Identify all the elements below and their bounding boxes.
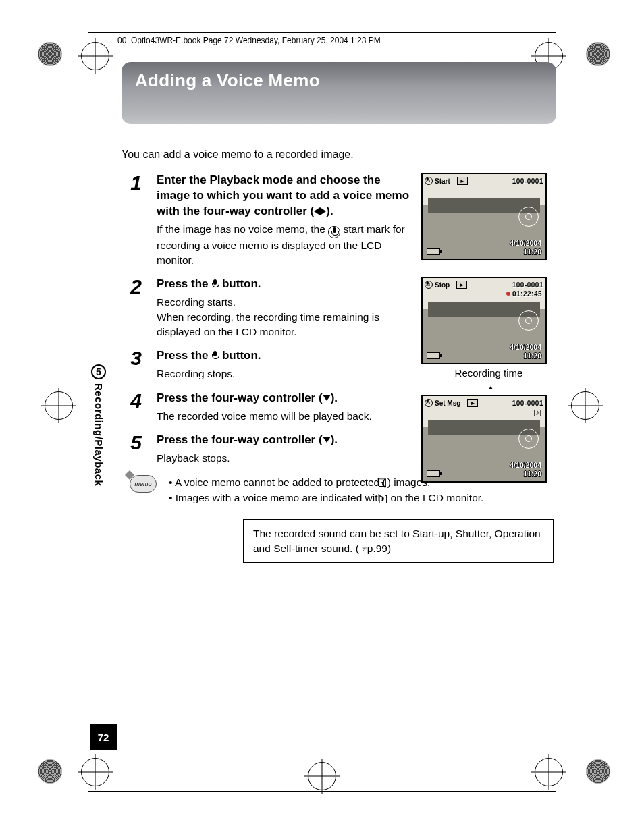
intro-text: You can add a voice memo to a recorded i… [122, 148, 556, 161]
dpad-down-icon [518, 429, 539, 449]
lcd-time: 11:20 [523, 248, 541, 256]
lcd-illustrations-column: Start ► 100-0001 4/10/2004 11:20 [421, 173, 556, 499]
down-arrow-icon [323, 437, 331, 443]
crop-mark [571, 391, 599, 420]
step-body-text: Recording stops. [157, 366, 411, 381]
battery-icon [427, 352, 440, 359]
lcd-file-number: 100-0001 [512, 281, 543, 289]
print-registration-mark [38, 759, 62, 784]
lcd-action-label: Stop [435, 281, 450, 289]
step-number: 5 [122, 433, 142, 466]
pointer-icon: ☞ [359, 543, 367, 555]
step-heading: Press the button. [157, 348, 411, 364]
section-title-bar: Adding a Voice Memo [122, 62, 556, 124]
right-arrow-icon [320, 207, 326, 215]
playback-mode-icon: ► [456, 281, 467, 289]
mic-start-icon [328, 226, 340, 238]
mic-icon [425, 399, 433, 407]
lcd-screenshot-setmsg: Set Msg ► 100-0001 [♪] 4/10/2004 11:20 [421, 395, 547, 483]
print-registration-mark [586, 759, 610, 784]
steps-list: 1 Enter the Playback mode and choose the… [122, 173, 556, 466]
dpad-leftright-icon [518, 207, 539, 227]
playback-mode-icon: ► [457, 177, 468, 185]
cross-reference-box: The recorded sound can be set to Start-u… [243, 519, 554, 563]
battery-icon [427, 470, 440, 477]
memo-badge: memo [130, 475, 157, 493]
mic-icon [425, 281, 433, 289]
step-heading: Enter the Playback mode and choose the i… [157, 173, 411, 219]
lcd-file-number: 100-0001 [512, 177, 543, 185]
lcd-date: 4/10/2004 [510, 343, 541, 351]
running-header: 00_Optio43WR-E.book Page 72 Wednesday, F… [117, 36, 556, 45]
step-body-text: Playback stops. [157, 451, 411, 466]
print-registration-mark [38, 42, 62, 66]
step-heading: Press the button. [157, 277, 411, 292]
lcd-screenshot-stop: Stop ► 100-0001 01:22:45 4/10/2004 11:20 [421, 277, 547, 364]
lcd-file-number: 100-0001 [512, 400, 543, 407]
left-arrow-icon [314, 207, 320, 215]
lcd-recording-time: 01:22:45 [506, 290, 542, 298]
step-number: 4 [122, 391, 142, 424]
page-frame: 00_Optio43WR-E.book Page 72 Wednesday, F… [88, 32, 556, 792]
mic-icon [211, 279, 219, 289]
print-registration-mark [586, 42, 610, 66]
lcd-screenshot-start: Start ► 100-0001 4/10/2004 11:20 [421, 173, 547, 260]
chapter-number: 5 [91, 364, 106, 379]
step-number: 2 [122, 277, 142, 339]
battery-icon [427, 248, 440, 255]
chapter-label: Recording/Playback [93, 383, 105, 486]
step-body-text: If the image has no voice memo, the star… [157, 222, 411, 267]
step-heading: Press the four-way controller (). [157, 391, 411, 406]
page-number: 72 [90, 724, 117, 750]
lcd-time: 11:20 [523, 352, 541, 360]
mic-icon [425, 177, 433, 185]
section-title: Adding a Voice Memo [135, 70, 543, 91]
step-body-text: Recording starts. When recording, the re… [157, 295, 411, 339]
down-arrow-icon [323, 395, 331, 401]
header-rule [88, 47, 556, 47]
step-number: 1 [122, 173, 142, 267]
mic-icon [211, 351, 219, 360]
lcd-action-label: Start [435, 177, 450, 185]
lcd-time: 11:20 [523, 470, 541, 478]
lcd-action-label: Set Msg [435, 400, 460, 407]
crop-mark [45, 391, 73, 420]
step-number: 3 [122, 348, 142, 381]
playback-mode-icon: ► [467, 399, 478, 407]
lcd-caption: Recording time [421, 367, 556, 379]
dpad-icon [518, 310, 539, 331]
content-area: You can add a voice memo to a recorded i… [122, 124, 556, 563]
step-body-text: The recorded voice memo will be played b… [157, 409, 411, 424]
chapter-side-tab: 5 Recording/Playback [90, 364, 107, 486]
voice-memo-note-icon: [♪] [533, 408, 541, 416]
lcd-date: 4/10/2004 [510, 461, 541, 469]
lcd-date: 4/10/2004 [510, 239, 541, 247]
step-heading: Press the four-way controller (). [157, 433, 411, 448]
